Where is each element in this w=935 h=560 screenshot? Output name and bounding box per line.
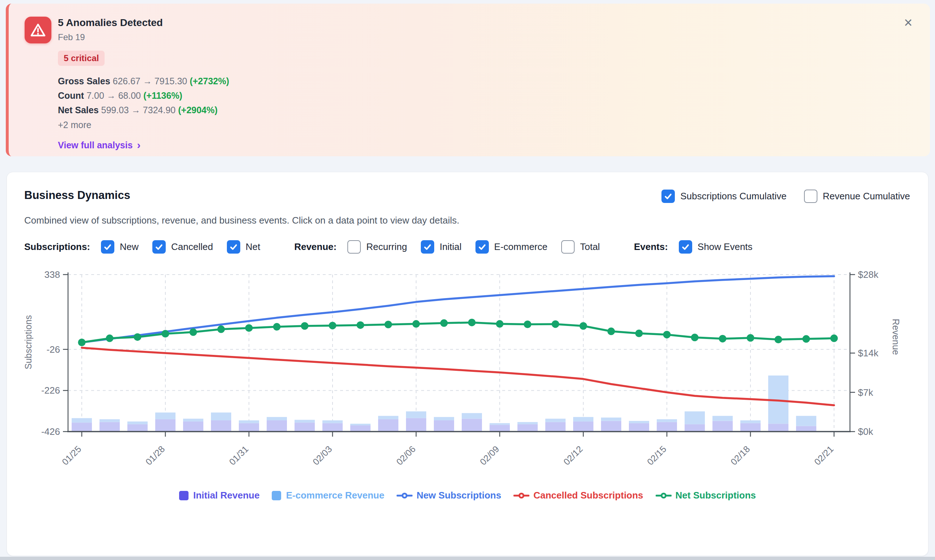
initial-revenue-bar (72, 423, 92, 432)
initial-revenue-bar (517, 425, 538, 432)
svg-text:02/09: 02/09 (478, 444, 501, 467)
metric-label: Gross Sales (58, 76, 110, 86)
combined-chart[interactable]: 338-26-226-426$28k$14k$7k$0k01/2501/2801… (24, 270, 916, 478)
metric-change: (+1136%) (143, 91, 182, 101)
filter-group-revenue: Revenue:RecurringInitialE-commerceTotal (294, 240, 614, 254)
ecommerce-revenue-bar (183, 418, 203, 422)
checkbox-recurring[interactable]: Recurring (348, 240, 407, 254)
checkbox-e-commerce[interactable]: E-commerce (475, 240, 547, 254)
ecommerce-revenue-bar (378, 416, 398, 419)
initial-revenue-bar (183, 422, 203, 432)
ecommerce-revenue-bar (72, 418, 92, 423)
ecommerce-revenue-bar (295, 420, 315, 423)
data-point (106, 335, 114, 342)
checkbox-new[interactable]: New (101, 240, 138, 254)
initial-revenue-bar (378, 419, 398, 432)
anomaly-metric-row: Net Sales 599.03 → 7324.90 (+2904%) (58, 103, 229, 117)
data-point (190, 328, 197, 336)
svg-text:02/06: 02/06 (394, 444, 417, 467)
chart-canvas[interactable]: 338-26-226-426$28k$14k$7k$0k01/2501/2801… (24, 270, 916, 478)
checkbox-label: Show Events (698, 241, 753, 252)
legend-label: Initial Revenue (193, 490, 260, 501)
legend-line-dot-icon (514, 491, 529, 500)
metric-values: 7.00 → 68.00 (86, 91, 141, 101)
data-point (719, 335, 727, 343)
legend-label: Net Subscriptions (675, 490, 756, 501)
checkbox-net[interactable]: Net (227, 240, 260, 254)
checkbox-cancelled[interactable]: Cancelled (152, 240, 213, 254)
ecommerce-revenue-bar (155, 412, 175, 419)
checkbox-revenue-cumulative[interactable]: Revenue Cumulative (804, 189, 910, 203)
revenue-bars[interactable] (72, 375, 816, 432)
ecommerce-revenue-bar (796, 416, 816, 426)
checked-checkbox-icon[interactable] (101, 240, 114, 254)
data-point (273, 323, 281, 331)
ecommerce-revenue-bar (128, 422, 148, 425)
ecommerce-revenue-bar (489, 423, 510, 425)
alert-title: 5 Anomalies Detected (58, 17, 229, 29)
initial-revenue-bar (712, 421, 733, 432)
bottom-divider (0, 557, 935, 560)
checked-checkbox-icon[interactable] (227, 240, 240, 254)
cumulative-toggles: Subscriptions CumulativeRevenue Cumulati… (644, 189, 910, 203)
ecommerce-revenue-bar (629, 421, 649, 423)
series-filter-row: Subscriptions:NewCancelledNetRevenue:Rec… (24, 240, 787, 254)
checkbox-label: Revenue Cumulative (823, 191, 910, 202)
checkbox-show-events[interactable]: Show Events (679, 240, 753, 254)
data-point (580, 322, 587, 330)
net-subscriptions-line[interactable] (78, 319, 838, 346)
unchecked-checkbox-icon[interactable] (561, 240, 575, 254)
checkbox-label: Total (580, 241, 600, 252)
legend-swatch-icon (179, 491, 189, 500)
data-point (803, 335, 810, 343)
checked-checkbox-icon[interactable] (421, 240, 434, 254)
legend-item-net-subscriptions: Net Subscriptions (656, 490, 756, 501)
alert-body: 5 Anomalies Detected Feb 19 5 critical G… (58, 17, 229, 151)
ecommerce-revenue-bar (211, 412, 231, 420)
anomaly-metric-row: Gross Sales 626.67 → 7915.30 (+2732%) (58, 74, 229, 88)
chart-axes: 338-26-226-426$28k$14k$7k$0k01/2501/2801… (24, 270, 901, 467)
unchecked-checkbox-icon[interactable] (804, 189, 817, 203)
filter-group-events: Events:Show Events (634, 240, 766, 254)
checkbox-total[interactable]: Total (561, 240, 600, 254)
initial-revenue-bar (462, 418, 482, 432)
ecommerce-revenue-bar (545, 418, 566, 422)
ecommerce-revenue-bar (684, 411, 705, 425)
ecommerce-revenue-bar (462, 413, 482, 419)
initial-revenue-bar (601, 421, 621, 432)
checkbox-label: Initial (440, 241, 462, 252)
anomaly-alert-banner: × 5 Anomalies Detected Feb 19 5 critical… (6, 4, 930, 156)
unchecked-checkbox-icon[interactable] (348, 240, 361, 254)
checked-checkbox-icon[interactable] (661, 189, 675, 203)
close-icon[interactable]: × (900, 14, 916, 31)
svg-text:338: 338 (45, 270, 60, 280)
filter-group-label: Events: (634, 241, 668, 252)
data-point (607, 328, 615, 335)
checked-checkbox-icon[interactable] (679, 240, 692, 254)
svg-text:02/03: 02/03 (311, 444, 334, 467)
view-full-analysis-link[interactable]: View full analysis › (58, 140, 141, 151)
legend-label: Cancelled Subscriptions (534, 490, 643, 501)
right-axis-title: Revenue (891, 319, 901, 355)
svg-text:01/31: 01/31 (227, 444, 250, 467)
alert-metrics-list: Gross Sales 626.67 → 7915.30 (+2732%)Cou… (58, 74, 229, 117)
initial-revenue-bar (350, 425, 371, 432)
checkbox-label: Recurring (366, 241, 407, 252)
legend-item-cancelled-subscriptions: Cancelled Subscriptions (514, 490, 643, 501)
checkbox-subscriptions-cumulative[interactable]: Subscriptions Cumulative (661, 189, 786, 203)
data-point (384, 321, 392, 328)
alert-date: Feb 19 (58, 32, 229, 43)
cancelled-subscriptions-line[interactable] (82, 348, 834, 405)
svg-text:$14k: $14k (858, 348, 878, 358)
checked-checkbox-icon[interactable] (475, 240, 489, 254)
initial-revenue-bar (796, 426, 816, 432)
initial-revenue-bar (740, 423, 761, 432)
initial-revenue-bar (155, 419, 175, 432)
checkbox-initial[interactable]: Initial (421, 240, 462, 254)
filter-group-subscriptions: Subscriptions:NewCancelledNet (24, 240, 274, 254)
svg-text:02/15: 02/15 (645, 444, 668, 467)
svg-text:02/12: 02/12 (561, 444, 584, 467)
ecommerce-revenue-bar (100, 419, 120, 422)
checked-checkbox-icon[interactable] (152, 240, 166, 254)
legend-line-dot-icon (397, 491, 412, 500)
